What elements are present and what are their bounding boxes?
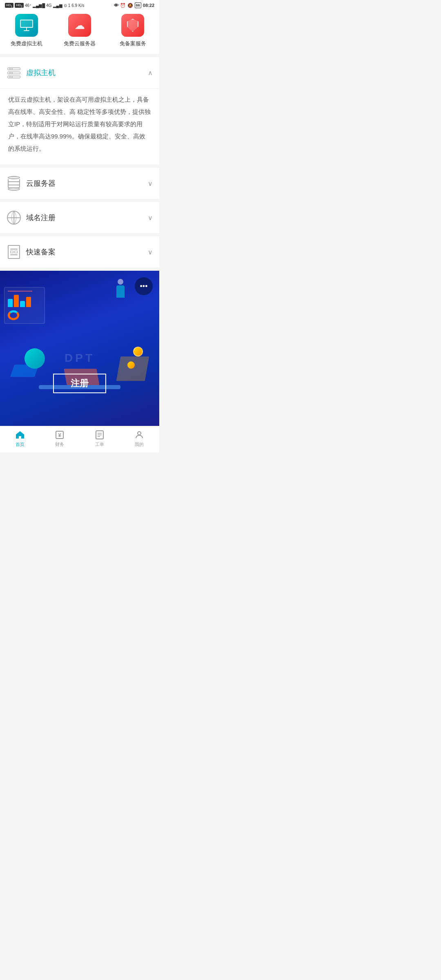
accordion-filing: 快速备案 ∨	[0, 236, 159, 267]
shortcut-icp-filing[interactable]: 免备案服务	[106, 14, 159, 47]
globe-icon	[7, 210, 21, 225]
nav-label-home: 首页	[16, 441, 24, 448]
nav-item-profile[interactable]: 我的	[120, 430, 160, 448]
dpt-watermark: DPT	[65, 352, 95, 365]
chart-bar-2	[14, 295, 19, 307]
signal-bars-1: ▂▄▆█	[33, 3, 45, 8]
home-icon-path	[16, 431, 24, 439]
db-line	[9, 185, 19, 185]
finance-icon: ¥	[54, 430, 65, 440]
workorder-icon	[94, 430, 105, 440]
status-right: 👁 ⏰ 🔕 66 08:22	[114, 2, 154, 8]
accordion-header-cloud-server[interactable]: 云服务器 ∨	[0, 168, 159, 199]
shortcut-cloud-server[interactable]: ☁ 免费云服务器	[53, 14, 106, 47]
cloud-server-title: 云服务器	[26, 178, 143, 188]
virtual-host-chevron: ∧	[148, 69, 153, 77]
nav-item-home[interactable]: 首页	[0, 430, 40, 448]
shortcut-icon-virtual-host	[15, 14, 38, 37]
profile-icon	[134, 430, 145, 440]
database-icon	[7, 176, 21, 191]
coin-2	[127, 361, 135, 369]
bottom-navigation: 首页 ¥ 财务 工单 我的	[0, 426, 159, 452]
donut-chart	[8, 310, 19, 320]
battery-level: 66	[136, 3, 140, 7]
virtual-host-title: 虚拟主机	[26, 68, 143, 78]
accordion-domain: 域名注册 ∨	[0, 202, 159, 233]
hotspot-icon: ⊙	[64, 3, 67, 8]
accordion-header-filing[interactable]: 快速备案 ∨	[0, 236, 159, 267]
alarm-icon: ⏰	[120, 3, 126, 8]
monitor-icon	[20, 20, 33, 31]
banner-section: DPT ••• 注册	[0, 271, 159, 426]
accordion-cloud-server: 云服务器 ∨	[0, 168, 159, 199]
signal-4g-1: 46⁺	[25, 3, 31, 8]
nav-item-workorder[interactable]: 工单	[80, 430, 120, 448]
db-body	[8, 179, 20, 188]
home-icon-svg	[15, 430, 25, 439]
database-icon-shape	[8, 176, 20, 191]
db-top	[8, 176, 20, 179]
avatar-body	[136, 435, 143, 438]
coin-1	[133, 347, 143, 356]
signal-bars-2: ▂▄▆	[53, 3, 62, 8]
register-button[interactable]: 注册	[53, 374, 106, 393]
speed-value: 6.9 K/s	[71, 3, 84, 8]
hd-badge-1: HD1	[5, 3, 13, 8]
chart-decoration	[4, 287, 45, 324]
battery-indicator: 66	[135, 2, 141, 8]
shortcut-label-icp-filing: 免备案服务	[120, 40, 146, 47]
nav-label-profile: 我的	[135, 441, 144, 448]
shortcut-label-virtual-host: 免费虚拟主机	[11, 40, 42, 47]
monitor-screen	[20, 20, 33, 28]
chart-bar-3	[20, 301, 25, 307]
register-label: 注册	[71, 377, 89, 390]
shortcut-virtual-host[interactable]: 免费虚拟主机	[0, 14, 53, 47]
status-bar: HD1 HD2 46⁺ ▂▄▆█ 4G ▂▄▆ ⊙ 1 6.9 K/s 👁 ⏰ …	[0, 0, 159, 11]
shield-icon	[127, 19, 138, 32]
iso-platform-3	[116, 356, 149, 381]
form-icon	[7, 245, 21, 259]
yen-symbol: ¥	[58, 432, 62, 438]
disk-dot	[11, 72, 13, 74]
mute-icon: 🔕	[127, 3, 133, 8]
finance-icon-svg: ¥	[55, 430, 65, 440]
banner-more-button[interactable]: •••	[135, 277, 153, 295]
form-cell	[10, 251, 13, 253]
signal-4g-2: 4G	[46, 3, 51, 8]
workorder-icon-svg	[95, 430, 104, 440]
db-line	[9, 181, 19, 182]
chart-bar-1	[8, 299, 13, 307]
form-line	[10, 249, 18, 249]
disk-dot	[9, 68, 11, 69]
shortcuts-section: 免费虚拟主机 ☁ 免费云服务器 免备案服务	[0, 11, 159, 54]
nav-label-finance: 财务	[55, 441, 64, 448]
dots-icon: •••	[140, 282, 148, 291]
globe-curve	[11, 212, 16, 224]
chart-bars	[8, 295, 41, 307]
form-cell	[14, 251, 18, 253]
filing-chevron: ∨	[148, 248, 153, 256]
disk-layer-1	[7, 67, 20, 70]
disk-layer-2	[7, 71, 20, 74]
virtual-host-content: 优豆云虚拟主机，架设在高可用虚拟主机之上，具备高在线率、高安全性、高 稳定性等多…	[0, 88, 159, 165]
banner-figure-right	[114, 279, 127, 303]
accordion-header-domain[interactable]: 域名注册 ∨	[0, 202, 159, 233]
domain-title: 域名注册	[26, 213, 143, 223]
nav-label-workorder: 工单	[95, 441, 104, 448]
server-icon-shape	[7, 67, 20, 78]
domain-chevron: ∨	[148, 214, 153, 222]
avatar-head	[138, 432, 141, 435]
disk-dot	[11, 76, 13, 78]
cloud-icon: ☁	[74, 20, 85, 31]
status-left: HD1 HD2 46⁺ ▂▄▆█ 4G ▂▄▆ ⊙ 1 6.9 K/s	[5, 3, 84, 8]
form-grid	[10, 251, 18, 253]
disk-dot	[11, 68, 13, 69]
nav-item-finance[interactable]: ¥ 财务	[40, 430, 80, 448]
monitor-base	[24, 30, 29, 31]
chart-bar-4	[26, 297, 31, 307]
hd-badge-2: HD2	[15, 3, 23, 8]
accordion-header-virtual-host[interactable]: 虚拟主机 ∧	[0, 57, 159, 88]
form-line	[10, 254, 18, 255]
db-bottom	[8, 187, 20, 191]
disk-layer-3	[7, 76, 20, 78]
